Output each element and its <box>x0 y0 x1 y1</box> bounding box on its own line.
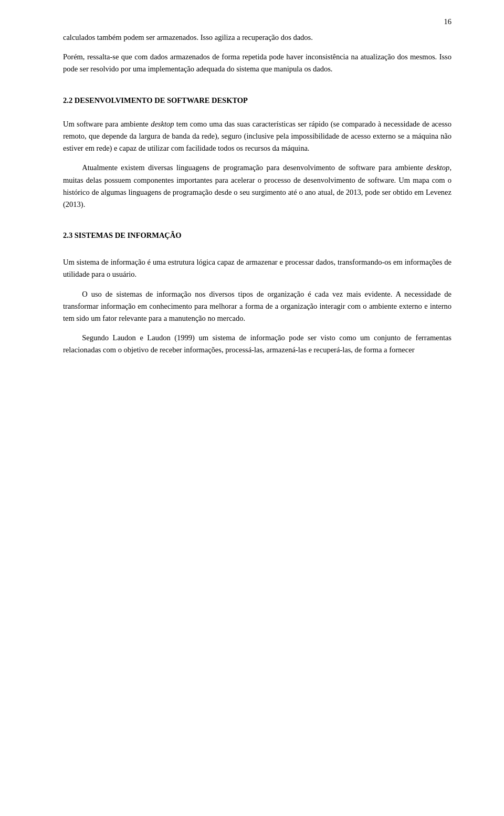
paragraph-3: Um software para ambiente desktop tem co… <box>63 118 452 155</box>
section-2-2-heading: 2.2 DESENVOLVIMENTO DE SOFTWARE DESKTOP <box>63 95 452 107</box>
paragraph-7: Segundo Laudon e Laudon (1999) um sistem… <box>63 332 452 356</box>
page: 16 calculados também podem ser armazenad… <box>0 0 504 816</box>
paragraph-6: O uso de sistemas de informação nos dive… <box>63 288 452 325</box>
paragraph-4-text-1: Atualmente existem diversas linguagens d… <box>82 163 426 172</box>
paragraph-3-text-1: Um software para ambiente <box>63 120 151 128</box>
paragraph-4-desktop: desktop <box>426 163 449 172</box>
paragraph-1: calculados também podem ser armazenados.… <box>63 32 452 44</box>
paragraph-5: Um sistema de informação é uma estrutura… <box>63 256 452 280</box>
section-2-3-heading: 2.3 SISTEMAS DE INFORMAÇÃO <box>63 229 452 242</box>
paragraph-3-desktop: desktop <box>151 120 174 128</box>
paragraph-4: Atualmente existem diversas linguagens d… <box>63 162 452 211</box>
paragraph-2: Porém, ressalta-se que com dados armazen… <box>63 51 452 75</box>
page-number: 16 <box>444 16 452 28</box>
